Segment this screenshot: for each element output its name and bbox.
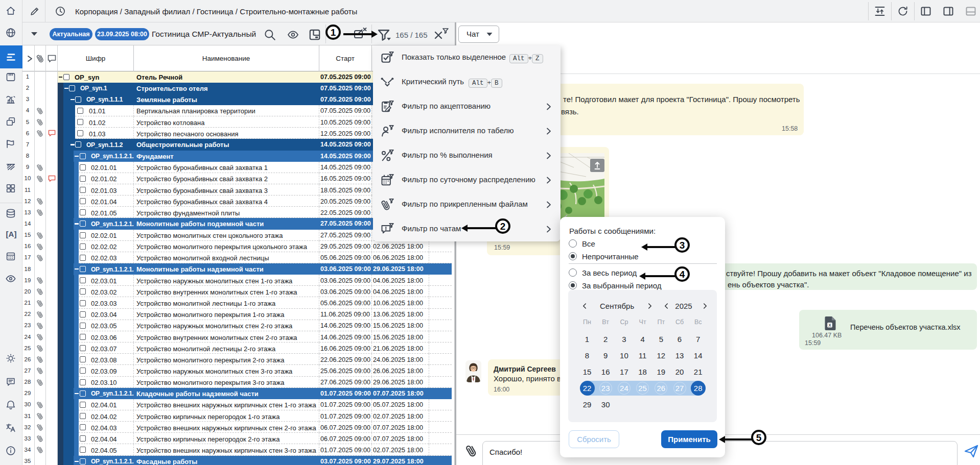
svg-text:X: X (828, 323, 831, 328)
svg-text:[A]: [A] (6, 230, 17, 238)
